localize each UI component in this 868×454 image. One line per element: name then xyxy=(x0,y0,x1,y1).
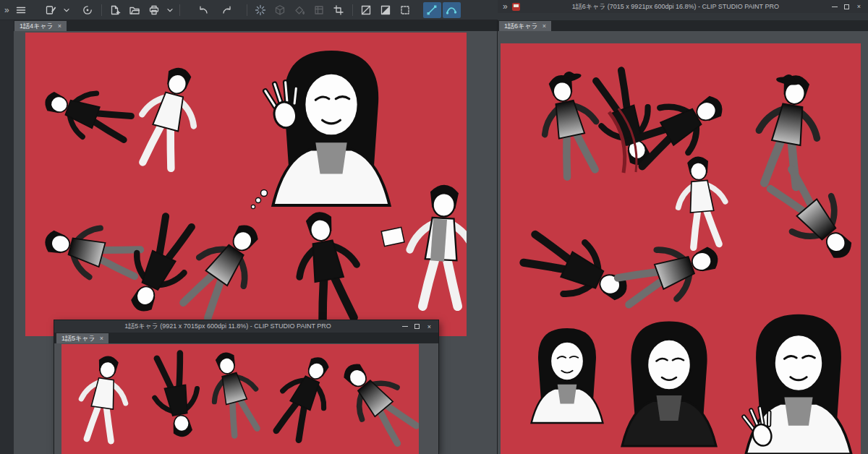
collapse-panels-icon[interactable]: » xyxy=(501,2,509,11)
artwork-1wa6chara xyxy=(501,43,861,454)
right-document-window: » 1話6キャラ (7015 x 9921px 600dpi 16.8%) - … xyxy=(498,0,868,454)
main-toolbar: » xyxy=(0,0,498,20)
clip-studio-home-icon[interactable] xyxy=(79,2,97,18)
left-document-tabbar: 1話4キャラ × xyxy=(14,20,498,31)
tab-label: 1話5キャラ xyxy=(61,334,95,343)
maximize-button[interactable] xyxy=(841,2,853,12)
undo-icon[interactable] xyxy=(195,2,213,18)
letter-card xyxy=(381,227,404,246)
right-document-tabbar: 1話6キャラ × xyxy=(498,20,868,31)
tab-label: 1話6キャラ xyxy=(504,22,538,31)
bottom-canvas-area[interactable] xyxy=(54,343,438,454)
scarf xyxy=(430,218,447,261)
tab-close-icon[interactable]: × xyxy=(58,23,61,30)
toolbar-separator xyxy=(247,4,247,16)
document-color-icon[interactable] xyxy=(512,3,520,11)
print-icon[interactable] xyxy=(145,2,163,18)
rectangle-select-icon[interactable] xyxy=(396,2,414,18)
artboard-1wa5chara[interactable] xyxy=(61,344,419,454)
bottom-document-window: 1話5キャラ (9921 x 7015px 600dpi 11.8%) - CL… xyxy=(54,320,438,454)
right-canvas-area[interactable] xyxy=(498,31,868,454)
straight-line-icon[interactable] xyxy=(423,2,441,18)
bottom-window-title: 1話5キャラ (9921 x 7015px 600dpi 11.8%) - CL… xyxy=(57,322,399,331)
close-button[interactable]: × xyxy=(423,322,435,331)
speech-bubble-dots xyxy=(251,190,267,209)
curve-line-icon[interactable] xyxy=(443,2,461,18)
minimize-button[interactable] xyxy=(399,322,411,331)
tab-label: 1話4キャラ xyxy=(20,22,54,31)
bottom-window-titlebar[interactable]: 1話5キャラ (9921 x 7015px 600dpi 11.8%) - CL… xyxy=(54,320,438,333)
gradient-tone-icon[interactable] xyxy=(377,2,395,18)
right-window-title: 1話6キャラ (7015 x 9921px 600dpi 16.8%) - CL… xyxy=(523,2,828,12)
main-menu-icon[interactable] xyxy=(12,2,30,18)
toolbar-separator xyxy=(179,4,180,16)
print-caret-icon[interactable] xyxy=(165,2,175,18)
artwork-1wa4chara xyxy=(25,33,467,336)
right-window-controls: × xyxy=(828,2,865,12)
3d-object-icon[interactable] xyxy=(271,2,289,18)
bottom-document-tabbar: 1話5キャラ × xyxy=(54,333,438,343)
right-window-titlebar[interactable]: » 1話6キャラ (7015 x 9921px 600dpi 16.8%) - … xyxy=(498,0,868,13)
redo-icon[interactable] xyxy=(218,2,237,18)
artboard-1wa4chara[interactable] xyxy=(25,33,467,336)
frame-border-icon[interactable] xyxy=(310,2,328,18)
tab-close-icon[interactable]: × xyxy=(542,23,546,30)
new-document-icon[interactable] xyxy=(106,2,124,18)
tab-doc-1wa4chara[interactable]: 1話4キャラ × xyxy=(14,21,67,31)
tab-close-icon[interactable]: × xyxy=(100,335,103,342)
artboard-1wa6chara[interactable] xyxy=(501,43,861,454)
pen-settings-icon[interactable] xyxy=(42,2,60,18)
maximize-button[interactable] xyxy=(411,322,423,331)
tab-doc-1wa6chara[interactable]: 1話6キャラ × xyxy=(499,21,551,31)
fill-tool-icon[interactable] xyxy=(291,2,309,18)
toolbar-separator xyxy=(352,4,353,16)
artwork-1wa5chara xyxy=(61,344,419,454)
close-button[interactable]: × xyxy=(853,2,865,12)
tab-doc-1wa5chara[interactable]: 1話5キャラ × xyxy=(56,333,109,343)
minimize-button[interactable] xyxy=(828,2,841,12)
crop-icon[interactable] xyxy=(330,2,348,18)
collapsed-palette-strip[interactable] xyxy=(0,20,14,454)
toolbar-separator xyxy=(101,4,102,16)
open-file-icon[interactable] xyxy=(126,2,144,18)
selection-diagonal-icon[interactable] xyxy=(357,2,375,18)
bottom-window-controls: × xyxy=(399,322,435,331)
clip-studio-screen: » xyxy=(0,0,868,454)
processing-icon[interactable] xyxy=(252,2,270,18)
pen-settings-caret-icon[interactable] xyxy=(61,2,72,18)
collapse-panels-icon[interactable]: » xyxy=(2,6,11,14)
